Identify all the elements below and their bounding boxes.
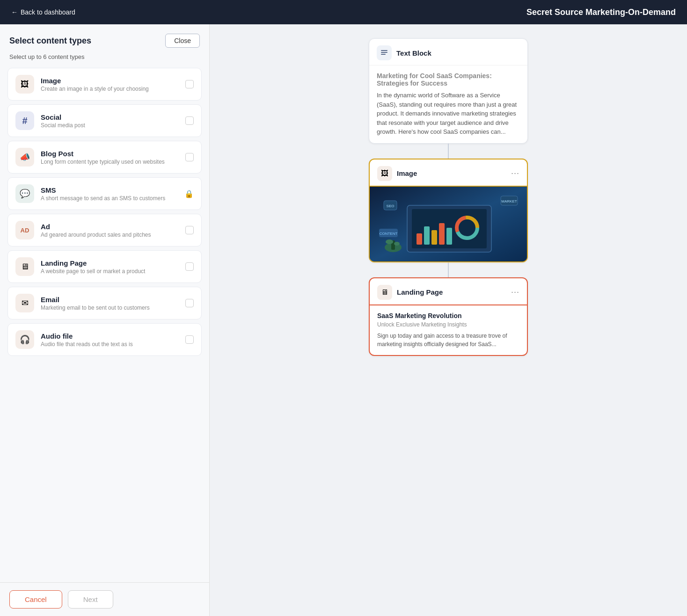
item-name-image: Image: [41, 77, 179, 85]
checkbox-image[interactable]: [185, 80, 194, 88]
panel-footer: Cancel Next: [0, 582, 209, 616]
landing-page-card-body: SaaS Marketing Revolution Unlock Exclusi…: [370, 305, 527, 355]
checkbox-blog-post[interactable]: [185, 153, 194, 161]
connector-2: [448, 262, 449, 277]
text-block-card: Text Block Marketing for Cool SaaS Compa…: [369, 38, 528, 144]
left-panel: Select content types Close Select up to …: [0, 24, 210, 616]
svg-rect-1: [381, 52, 387, 53]
content-item-email[interactable]: ✉ Email Marketing email to be sent out t…: [7, 287, 202, 319]
svg-rect-2: [381, 54, 386, 55]
right-panel: Text Block Marketing for Cool SaaS Compa…: [210, 24, 687, 616]
landing-page-title: SaaS Marketing Revolution: [377, 312, 519, 319]
item-desc-blog-post: Long form content type typically used on…: [41, 159, 179, 165]
svg-point-23: [394, 242, 400, 246]
cancel-button[interactable]: Cancel: [9, 590, 62, 609]
panel-header: Select content types Close: [0, 24, 209, 53]
checkbox-email[interactable]: [185, 299, 194, 307]
app-header: ← Back to dashboard Secret Source Market…: [0, 0, 687, 24]
checkbox-ad[interactable]: [185, 226, 194, 234]
text-block-content-text: In the dynamic world of Software as a Se…: [377, 91, 520, 137]
landing-page-icon: 🖥: [15, 257, 34, 276]
ad-icon: AD: [15, 221, 34, 239]
item-desc-social: Social media post: [41, 122, 179, 129]
text-block-card-header: Text Block: [369, 39, 527, 65]
content-item-image[interactable]: 🖼 Image Create an image in a style of yo…: [7, 68, 202, 101]
landing-page-subtitle: Unlock Exclusive Marketing Insights: [377, 321, 519, 328]
social-icon: #: [15, 111, 34, 130]
svg-text:SEO: SEO: [387, 204, 395, 208]
marketing-image-mock: SEO MARKET CONTENT: [370, 187, 527, 261]
text-block-icon: [377, 45, 392, 60]
content-item-audio-file[interactable]: 🎧 Audio file Audio file that reads out t…: [7, 323, 202, 356]
item-desc-landing-page: A website page to sell or market a produ…: [41, 268, 179, 275]
item-name-sms: SMS: [41, 186, 178, 194]
next-button[interactable]: Next: [68, 590, 113, 609]
landing-page-body-text: Sign up today and gain access to a treas…: [377, 332, 519, 348]
text-block-card-body: Marketing for Cool SaaS Companies: Strat…: [369, 65, 527, 143]
checkbox-social[interactable]: [185, 116, 194, 125]
image-icon: 🖼: [15, 75, 34, 94]
svg-rect-8: [431, 230, 437, 245]
image-card-header: 🖼 Image ···: [370, 159, 527, 187]
text-block-content-title: Marketing for Cool SaaS Companies: Strat…: [377, 72, 520, 87]
svg-text:MARKET: MARKET: [501, 199, 517, 203]
item-name-landing-page: Landing Page: [41, 259, 179, 267]
back-arrow-icon: ←: [11, 8, 18, 16]
item-name-ad: Ad: [41, 223, 179, 231]
content-item-blog-post[interactable]: 📣 Blog Post Long form content type typic…: [7, 141, 202, 174]
svg-text:CONTENT: CONTENT: [380, 232, 398, 236]
audio-file-icon: 🎧: [15, 330, 34, 349]
content-item-social[interactable]: # Social Social media post: [7, 104, 202, 137]
image-card-menu-button[interactable]: ···: [511, 168, 519, 178]
svg-rect-9: [439, 223, 445, 245]
svg-rect-0: [381, 50, 387, 51]
landing-page-card-menu-button[interactable]: ···: [511, 287, 519, 297]
connector-1: [448, 144, 449, 159]
back-to-dashboard-link[interactable]: ← Back to dashboard: [11, 8, 75, 16]
item-name-email: Email: [41, 296, 179, 304]
image-card-image: SEO MARKET CONTENT: [370, 187, 527, 261]
email-icon: ✉: [15, 294, 34, 312]
item-name-social: Social: [41, 113, 179, 121]
content-item-ad[interactable]: AD Ad Ad geared around product sales and…: [7, 214, 202, 246]
item-name-blog-post: Blog Post: [41, 150, 179, 158]
landing-page-card: 🖥 Landing Page ··· SaaS Marketing Revolu…: [369, 277, 528, 356]
image-card-icon: 🖼: [377, 166, 392, 181]
item-name-audio-file: Audio file: [41, 332, 179, 340]
item-desc-audio-file: Audio file that reads out the text as is: [41, 341, 179, 348]
svg-rect-10: [446, 228, 452, 245]
item-desc-image: Create an image in a style of your choos…: [41, 86, 179, 92]
app-title: Secret Source Marketing-On-Demand: [526, 7, 676, 17]
lock-icon: 🔒: [184, 189, 194, 198]
panel-title: Select content types: [9, 36, 91, 46]
item-desc-email: Marketing email to be sent out to custom…: [41, 304, 179, 311]
landing-page-card-header: 🖥 Landing Page ···: [370, 278, 527, 305]
text-block-card-title: Text Block: [396, 49, 520, 57]
blog-post-icon: 📣: [15, 148, 34, 167]
content-item-landing-page[interactable]: 🖥 Landing Page A website page to sell or…: [7, 250, 202, 283]
checkbox-audio-file[interactable]: [185, 335, 194, 344]
item-desc-ad: Ad geared around product sales and pitch…: [41, 232, 179, 238]
sms-icon: 💬: [15, 184, 34, 203]
svg-point-22: [386, 239, 393, 244]
content-type-list: 🖼 Image Create an image in a style of yo…: [0, 68, 209, 582]
image-card-title: Image: [397, 169, 506, 177]
landing-page-card-title: Landing Page: [397, 288, 506, 296]
close-button[interactable]: Close: [165, 34, 200, 48]
content-item-sms[interactable]: 💬 SMS A short message to send as an SMS …: [7, 177, 202, 210]
checkbox-landing-page[interactable]: [185, 262, 194, 271]
main-layout: Select content types Close Select up to …: [0, 24, 687, 616]
landing-page-card-icon: 🖥: [377, 285, 392, 300]
image-card: 🖼 Image ···: [369, 159, 528, 262]
back-label: Back to dashboard: [21, 8, 75, 16]
svg-rect-6: [417, 233, 422, 245]
item-desc-sms: A short message to send as an SMS to cus…: [41, 195, 178, 202]
svg-rect-7: [424, 226, 430, 245]
panel-subtitle: Select up to 6 content types: [0, 53, 209, 68]
